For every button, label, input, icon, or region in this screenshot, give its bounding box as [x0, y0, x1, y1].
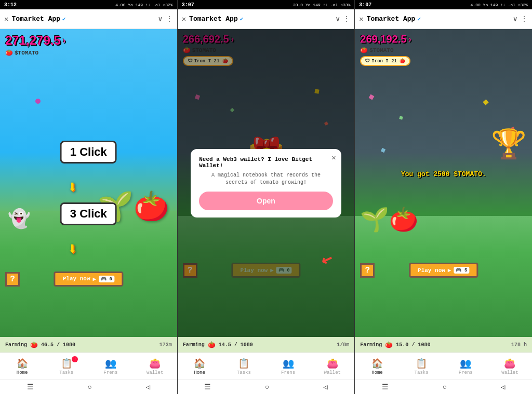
tasks-icon-1: 📋: [61, 358, 72, 369]
nav-wallet-1[interactable]: 👛 Wallet: [133, 353, 177, 379]
question-box-3[interactable]: ?: [360, 263, 375, 278]
farming-timer-1: 173m: [159, 342, 172, 348]
popup-close-2[interactable]: ✕: [331, 153, 336, 162]
nav-wallet-3[interactable]: 👛 Wallet: [488, 353, 532, 379]
farming-bar-3: Farming 🍅 15.0 / 1080 178 h: [355, 337, 532, 352]
home-icon-3: 🏠: [371, 358, 383, 369]
menu-sys-3[interactable]: ☰: [382, 383, 389, 391]
home-sys-2[interactable]: ○: [265, 383, 269, 391]
chevron-icon-2[interactable]: ∨: [336, 15, 340, 23]
badge-row-3: 🛡 Iron I 21 🍅: [355, 54, 532, 68]
farming-bar-1: Farming 🍅 46.5 / 1080 173m: [0, 337, 177, 352]
tomato-label-1: 🍅 $TOMATO: [0, 49, 177, 57]
menu-sys-1[interactable]: ☰: [27, 383, 34, 391]
trophy-3: 🏆: [491, 127, 527, 162]
wallet-icon-1: 👛: [149, 358, 161, 369]
click-label-1[interactable]: 1 Click: [60, 141, 117, 164]
status-icons-3: 4.00 Yo 149 ↑↓ .al ○33%: [471, 3, 528, 7]
tasks-badge-1: !: [72, 356, 78, 362]
game-area-1: 271,279.5 › 🍅 $TOMATO 🌱🍅 👻 1 Click ⬇: [0, 29, 177, 337]
app-bar-1: ✕ Tomarket App ✔ ∨ ⋮: [0, 9, 177, 29]
nav-tasks-1[interactable]: 📋 ! Tasks: [44, 353, 88, 379]
game-area-3: 269,192.5 › 🍅 $TOMATO 🛡 Iron I 21 🍅: [355, 29, 532, 337]
red-arrow-2: ↙: [318, 245, 337, 270]
scene-3: You got 2500 $TOMATO. 🏆 🌱🍅 ? Play now ▶ …: [355, 68, 532, 337]
home-icon-1: 🏠: [17, 358, 28, 369]
screen-2: 3:07 20.0 Yo 149 ↑↓ .al ○33% ✕ Tomarket …: [178, 0, 355, 394]
system-nav-1: ☰ ○ ◁: [0, 379, 177, 394]
screen-1: 3:12 4.00 Yo 149 ↑↓ .al ○32% ✕ Tomarket …: [0, 0, 178, 394]
back-sys-2[interactable]: ◁: [323, 383, 327, 391]
play-sign-1[interactable]: Play now ▶ 🎮 0: [54, 271, 123, 287]
score-1: 271,279.5 ›: [0, 29, 177, 49]
menu-icon-2[interactable]: ⋮: [343, 15, 350, 23]
nav-wallet-2[interactable]: 👛 Wallet: [310, 353, 354, 379]
tomato-plant-3: 🌱🍅: [360, 206, 418, 235]
tasks-icon-2: 📋: [238, 358, 249, 369]
wallet-icon-2: 👛: [327, 358, 338, 369]
farming-timer-2: 1/8m: [337, 342, 349, 348]
bottom-nav-2: 🏠 Home 📋 Tasks 👥 Frens 👛 Wallet: [178, 352, 355, 379]
play-count-1: 🎮 0: [99, 276, 114, 282]
confetti-s3-3: [483, 100, 488, 105]
got-text-3: You got 2500 $TOMATO.: [401, 170, 486, 179]
frens-icon-3: 👥: [460, 358, 471, 369]
nav-home-1[interactable]: 🏠 Home: [0, 353, 44, 379]
home-sys-3[interactable]: ○: [443, 383, 447, 391]
app-title-2: Tomarket App ✔: [189, 15, 332, 23]
nav-frens-3[interactable]: 👥 Frens: [444, 353, 488, 379]
play-count-3: 🎮 5: [454, 267, 469, 274]
nav-home-2[interactable]: 🏠 Home: [178, 353, 222, 379]
status-bar-2: 3:07 20.0 Yo 149 ↑↓ .al ○33%: [178, 0, 355, 9]
back-sys-1[interactable]: ◁: [145, 383, 150, 391]
nav-frens-1[interactable]: 👥 Frens: [88, 353, 132, 379]
nav-tasks-2[interactable]: 📋 Tasks: [222, 353, 266, 379]
score-3: 269,192.5 ›: [355, 29, 532, 46]
question-box-1[interactable]: ?: [5, 272, 20, 287]
wallet-icon-3: 👛: [504, 358, 515, 369]
farming-bar-2: Farming 🍅 14.5 / 1080 1/8m: [178, 337, 355, 352]
chevron-icon-1[interactable]: ∨: [158, 15, 162, 23]
home-sys-1[interactable]: ○: [87, 383, 91, 391]
popup-open-btn-2[interactable]: Open: [199, 192, 333, 210]
chevron-icon-3[interactable]: ∨: [513, 15, 517, 23]
screen-3: 3:07 4.00 Yo 149 ↑↓ .al ○33% ✕ Tomarket …: [355, 0, 532, 394]
close-icon-3[interactable]: ✕: [359, 15, 363, 23]
score-arrow-1: ›: [63, 36, 65, 45]
system-nav-2: ☰ ○ ◁: [178, 379, 355, 394]
arrow-down-1: ⬇: [67, 177, 77, 198]
status-bar-3: 3:07 4.00 Yo 149 ↑↓ .al ○33%: [355, 0, 532, 9]
menu-icon-1[interactable]: ⋮: [166, 15, 173, 23]
ghost-1: 👻: [8, 208, 31, 230]
verified-badge-2: ✔: [240, 16, 244, 22]
system-nav-3: ☰ ○ ◁: [355, 379, 532, 394]
menu-sys-2[interactable]: ☰: [204, 383, 211, 391]
play-sign-3[interactable]: Play now ▶ 🎮 5: [409, 263, 478, 278]
click-label-3[interactable]: 3 Click: [60, 202, 117, 225]
verified-badge-1: ✔: [62, 16, 66, 22]
home-icon-2: 🏠: [194, 358, 205, 369]
menu-icon-3[interactable]: ⋮: [521, 15, 528, 23]
nav-home-3[interactable]: 🏠 Home: [355, 353, 399, 379]
bottom-nav-1: 🏠 Home 📋 ! Tasks 👥 Frens 👛 Wallet: [0, 352, 177, 379]
bottom-nav-3: 🏠 Home 📋 Tasks 👥 Frens 👛 Wallet: [355, 352, 532, 379]
time-1: 3:12: [4, 2, 17, 8]
arrow-down-2: ⬇: [67, 239, 77, 260]
verified-badge-3: ✔: [417, 16, 421, 22]
deco-1: [35, 99, 41, 104]
farming-dot-1: 🍅: [30, 341, 38, 349]
badge-3: 🛡 Iron I 21 🍅: [360, 56, 410, 66]
app-title-3: Tomarket App ✔: [367, 15, 510, 23]
app-bar-3: ✕ Tomarket App ✔ ∨ ⋮: [355, 9, 532, 29]
app-bar-2: ✕ Tomarket App ✔ ∨ ⋮: [178, 9, 355, 29]
nav-tasks-3[interactable]: 📋 Tasks: [400, 353, 444, 379]
close-icon-2[interactable]: ✕: [182, 15, 186, 23]
status-icons-1: 4.00 Yo 149 ↑↓ .al ○32%: [115, 3, 172, 7]
status-bar-1: 3:12 4.00 Yo 149 ↑↓ .al ○32%: [0, 0, 177, 9]
back-sys-3[interactable]: ◁: [501, 383, 505, 391]
nav-frens-2[interactable]: 👥 Frens: [266, 353, 310, 379]
popup-desc-2: A magical notebook that records the secr…: [199, 172, 333, 186]
farming-timer-3: 178 h: [511, 342, 527, 348]
close-icon-1[interactable]: ✕: [4, 15, 8, 23]
confetti-s3-5: [381, 148, 385, 153]
